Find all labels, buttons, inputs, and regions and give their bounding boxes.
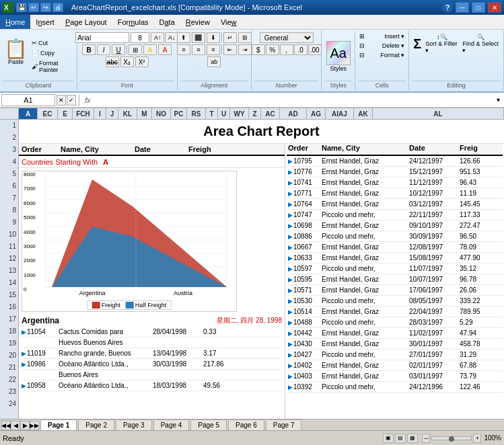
wrap-text-btn[interactable]: ↵ (223, 32, 237, 43)
col-EC[interactable]: EC (38, 108, 58, 119)
zoom-out-btn[interactable]: ─ (422, 434, 430, 443)
menu-page-layout[interactable]: Page Layout (60, 15, 112, 29)
paste-btn[interactable]: 📋 Paste (3, 38, 29, 67)
col-M[interactable]: M (137, 108, 152, 119)
sheet-tab-page-2[interactable]: Page 2 (78, 419, 114, 430)
align-middle-btn[interactable]: ⬛ (192, 32, 205, 43)
merge-btn[interactable]: ⊞ (238, 32, 252, 43)
col-FCH[interactable]: FCH (73, 108, 94, 119)
zoom-slider-thumb[interactable] (449, 436, 454, 442)
menu-home[interactable]: Home (0, 15, 30, 29)
page-layout-view-btn[interactable]: ▤ (395, 434, 406, 443)
col-WY[interactable]: WY (230, 108, 249, 119)
delete-cells-btn[interactable]: ⊟ Delete ▾ (358, 42, 406, 50)
cut-btn[interactable]: ✂ Cut (30, 38, 74, 48)
sheet-tab-page-6[interactable]: Page 6 (228, 419, 264, 430)
col-J[interactable]: J (106, 108, 118, 119)
font-name-input[interactable] (75, 32, 129, 43)
col-A[interactable]: A (19, 108, 38, 119)
styles-btn[interactable]: Aa Styles (325, 40, 352, 73)
font-grow-btn[interactable]: A↑ (151, 32, 164, 43)
col-I[interactable]: I (94, 108, 106, 119)
align-top-btn[interactable]: ⬆ (177, 32, 190, 43)
menu-formulas[interactable]: Formulas (112, 15, 154, 29)
sort-filter-btn[interactable]: ↕🔍 Sort & Filter ▾ (424, 32, 460, 55)
sheet-tab-page-1[interactable]: Page 1 (40, 419, 77, 430)
sum-btn[interactable]: Σ (412, 35, 423, 53)
col-NO[interactable]: NO (152, 108, 171, 119)
col-AK[interactable]: AK (354, 108, 373, 119)
percent-btn[interactable]: % (266, 44, 279, 55)
align-center-btn[interactable]: ≡ (192, 44, 205, 55)
col-AC[interactable]: AC (261, 108, 280, 119)
align-bottom-btn[interactable]: ⬇ (207, 32, 220, 43)
col-PC[interactable]: PC (171, 108, 187, 119)
minimize-btn[interactable]: ─ (456, 2, 469, 13)
sheet-tab-page-3[interactable]: Page 3 (116, 419, 152, 430)
page-break-view-btn[interactable]: ▦ (407, 434, 418, 443)
name-box[interactable] (1, 94, 55, 106)
formula-expand-btn[interactable]: ▾ (493, 95, 503, 106)
font-color-btn[interactable]: A (158, 44, 172, 55)
superscript-btn[interactable]: X² (135, 56, 149, 67)
comma-btn[interactable]: , (280, 44, 293, 55)
quick-save-btn[interactable]: 💾 (16, 3, 27, 12)
tab-last-btn[interactable]: ▶▶ (30, 421, 39, 430)
number-format-select[interactable]: General Number Currency Date (260, 32, 314, 43)
col-Z[interactable]: Z (249, 108, 261, 119)
normal-view-btn[interactable]: ▣ (383, 434, 394, 443)
increase-indent-btn[interactable]: ⇥ (238, 44, 252, 55)
help-icon[interactable]: ? (442, 2, 453, 13)
col-AIAJ[interactable]: AIAJ (326, 108, 354, 119)
sheet-tab-page-5[interactable]: Page 5 (190, 419, 227, 430)
decrease-decimal-btn[interactable]: .00 (308, 44, 322, 55)
decrease-indent-btn[interactable]: ⇤ (223, 44, 237, 55)
format-cells-btn[interactable]: ⊟ Format ▾ (358, 51, 406, 59)
zoom-slider[interactable] (431, 436, 472, 440)
font-size-input[interactable] (131, 32, 149, 43)
fx-cancel-btn[interactable]: ✕ (57, 95, 66, 106)
menu-data[interactable]: Data (154, 15, 180, 29)
bold-btn[interactable]: B (82, 44, 96, 55)
fx-confirm-btn[interactable]: ✓ (67, 95, 76, 106)
currency-btn[interactable]: $ (252, 44, 265, 55)
tab-prev-btn[interactable]: ◀ (11, 421, 20, 430)
copy-btn[interactable]: 📄 Copy (30, 48, 74, 58)
col-T[interactable]: T (206, 108, 218, 119)
tab-first-btn[interactable]: ◀◀ (1, 421, 11, 430)
col-AL[interactable]: AL (373, 108, 504, 119)
italic-btn[interactable]: I (97, 44, 110, 55)
insert-cells-btn[interactable]: ⊞ Insert ▾ (358, 32, 406, 40)
col-RS[interactable]: RS (187, 108, 206, 119)
col-E[interactable]: E (58, 108, 73, 119)
subscript-btn[interactable]: X₂ (120, 56, 134, 67)
quick-undo-btn[interactable]: ↩ (28, 3, 39, 12)
col-AG[interactable]: AG (307, 108, 326, 119)
increase-decimal-btn[interactable]: .0 (294, 44, 308, 55)
maximize-btn[interactable]: □ (472, 2, 485, 13)
quick-print-btn[interactable]: 🖨 (52, 3, 63, 12)
sheet-tab-page-4[interactable]: Page 4 (153, 419, 190, 430)
zoom-in-btn[interactable]: + (473, 434, 481, 443)
col-U[interactable]: U (218, 108, 230, 119)
format-painter-btn[interactable]: 🖌 Format Painter (30, 58, 74, 75)
col-AD[interactable]: AD (280, 108, 307, 119)
close-btn[interactable]: ✕ (488, 2, 501, 13)
col-KL[interactable]: KL (118, 108, 137, 119)
formula-input[interactable] (95, 94, 492, 106)
align-right-btn[interactable]: ≡ (207, 44, 220, 55)
tab-next-btn[interactable]: ▶ (20, 421, 30, 430)
menu-view[interactable]: View (215, 15, 242, 29)
sheet-content[interactable]: Area Chart Report Order Name, City Date … (19, 120, 504, 419)
menu-insert[interactable]: Insert (30, 15, 60, 29)
orientation-btn[interactable]: ab (207, 56, 221, 67)
strikethrough-btn[interactable]: abc (106, 56, 119, 67)
sheet-tab-page-7[interactable]: Page 7 (266, 419, 302, 430)
align-left-btn[interactable]: ≡ (177, 44, 190, 55)
menu-review[interactable]: Review (180, 15, 215, 29)
border-btn[interactable]: ⊞ (129, 44, 142, 55)
quick-redo-btn[interactable]: ↪ (40, 3, 51, 12)
underline-btn[interactable]: U (112, 44, 125, 55)
fill-color-btn[interactable]: A (143, 44, 157, 55)
find-select-btn[interactable]: 🔍 Find & Select ▾ (461, 32, 501, 55)
